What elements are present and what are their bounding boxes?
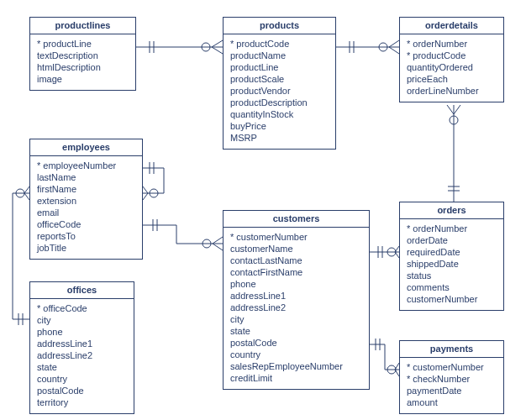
entity-payments: payments customerNumber checkNumber paym… [399,340,504,414]
field: extension [37,195,135,207]
field: status [407,270,497,281]
field: city [230,313,362,325]
field: addressLine1 [230,290,362,302]
svg-point-26 [387,365,396,374]
field: productCode [230,38,329,50]
field: shippedDate [407,258,497,270]
entity-products: products productCode productName product… [223,17,336,150]
svg-point-41 [16,189,24,197]
field: productDescription [230,97,329,108]
field-list: orderNumber productCode quantityOrdered … [400,34,503,102]
field: jobTitle [37,242,135,254]
field: requiredDate [407,246,497,258]
field: addressLine1 [37,338,127,349]
field: productLine [230,61,329,73]
svg-line-11 [389,47,399,54]
field: country [37,373,127,385]
svg-point-3 [202,43,210,51]
field-list: officeCode city phone addressLine1 addre… [30,299,134,413]
field: contactFirstName [230,266,362,278]
entity-title: orderdetails [400,18,503,34]
entity-offices: offices officeCode city phone addressLin… [29,281,134,414]
field: postalCode [230,337,362,349]
svg-point-31 [203,239,211,248]
field: reportsTo [37,230,135,242]
entity-productlines: productlines productLine textDescription… [29,17,136,91]
field: paymentDate [407,385,497,396]
field: customerNumber [230,231,362,243]
field: image [37,73,129,85]
field: firstName [37,183,135,195]
field: officeCode [37,302,127,314]
field: lastName [37,171,135,183]
field: buyPrice [230,120,329,132]
field: orderDate [407,234,497,246]
field: city [37,314,127,326]
field: orderNumber [407,223,497,234]
field: quantityOrdered [407,61,497,73]
svg-line-17 [454,105,460,114]
field: customerNumber [407,361,497,373]
field: email [37,207,135,218]
field: comments [407,281,497,293]
field: state [230,325,362,337]
field: officeCode [37,218,135,230]
entity-title: customers [224,211,369,228]
field: contactLastName [230,255,362,266]
field: creditLimit [230,372,362,384]
field: postalCode [37,385,127,396]
entity-title: employees [30,139,142,156]
field: quantityInStock [230,108,329,120]
svg-line-10 [389,40,399,47]
svg-point-36 [150,189,158,197]
svg-line-32 [213,237,223,244]
field: phone [230,278,362,290]
field: priceEach [407,73,497,85]
er-diagram: productlines productLine textDescription… [0,0,526,420]
svg-line-16 [447,105,454,114]
field: employeeNumber [37,160,135,171]
field: MSRP [230,132,329,144]
field: phone [37,326,127,338]
field-list: customerNumber checkNumber paymentDate a… [400,358,503,413]
entity-customers: customers customerNumber customerName co… [223,210,370,390]
field: customerName [230,243,362,255]
field-list: orderNumber orderDate requiredDate shipp… [400,219,503,310]
svg-line-5 [212,47,223,54]
entity-title: offices [30,282,134,299]
field: state [37,361,127,373]
svg-line-4 [212,40,223,47]
field: customerNumber [407,293,497,305]
field: productVendor [230,85,329,97]
field: productLine [37,38,129,50]
field: territory [37,396,127,408]
entity-orders: orders orderNumber orderDate requiredDat… [399,202,504,311]
field: checkNumber [407,373,497,385]
field: addressLine2 [37,349,127,361]
field: textDescription [37,50,129,61]
field: country [230,349,362,360]
entity-title: products [224,18,335,34]
svg-line-37 [143,186,148,193]
field: amount [407,396,497,408]
svg-line-33 [213,244,223,250]
field-list: customerNumber customerName contactLastN… [224,228,369,389]
field-list: employeeNumber lastName firstName extens… [30,156,142,259]
field: productName [230,50,329,61]
entity-employees: employees employeeNumber lastName firstN… [29,139,143,260]
field-list: productLine textDescription htmlDescript… [30,34,135,90]
field: orderLineNumber [407,85,497,97]
field: salesRepEmployeeNumber [230,360,362,372]
field: productCode [407,50,497,61]
field: htmlDescription [37,61,129,73]
field: orderNumber [407,38,497,50]
field: addressLine2 [230,302,362,313]
field: productScale [230,73,329,85]
entity-orderdetails: orderdetails orderNumber productCode qua… [399,17,504,102]
entity-title: payments [400,341,503,358]
svg-point-21 [387,248,396,256]
svg-line-38 [143,193,148,200]
entity-title: productlines [30,18,135,34]
entity-title: orders [400,202,503,219]
svg-point-15 [450,116,458,124]
